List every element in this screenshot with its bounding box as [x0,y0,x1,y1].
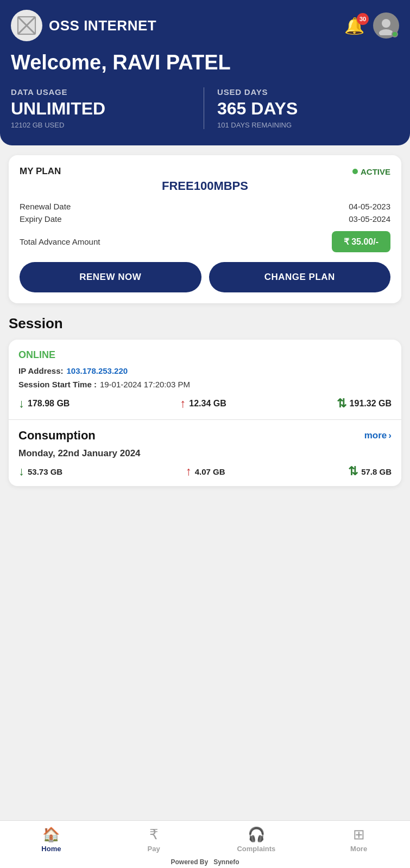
session-time-row: Session Start Time : 19-01-2024 17:20:03… [18,380,392,389]
more-link-text: more [364,430,387,441]
data-usage-label: DATA USAGE [11,87,193,97]
session-upload-value: 12.34 GB [189,399,226,409]
top-bar: OSS INTERNET 🔔 30 [11,10,399,41]
stats-row: DATA USAGE UNLIMITED 12102 GB USED USED … [11,87,399,129]
nav-complaints-label: Complaints [237,845,275,853]
ip-label: IP Address: [18,366,64,375]
top-actions: 🔔 30 [344,12,399,39]
expiry-date: 03-05-2024 [349,214,390,224]
renew-now-button[interactable]: RENEW NOW [20,262,201,292]
upload-arrow-icon: ↑ [180,397,186,411]
nav-home[interactable]: 🏠 Home [0,821,103,857]
change-plan-button[interactable]: CHANGE PLAN [209,262,391,292]
download-arrow-icon: ↓ [18,397,24,411]
bottom-nav: 🏠 Home ₹ Pay 🎧 Complaints ⊞ More [0,821,410,857]
nav-more-label: More [350,845,367,853]
nav-complaints[interactable]: 🎧 Complaints [205,821,308,857]
welcome-text: Welcome, RAVI PATEL [11,51,399,74]
more-link[interactable]: more › [364,430,392,441]
consumption-header: Consumption more › [18,420,392,448]
consumption-total-icon: ⇅ [348,464,358,478]
expiry-row: Expiry Date 03-05-2024 [20,214,390,224]
consumption-upload-value: 4.07 GB [195,467,225,476]
used-days-sub: 101 DAYS REMAINING [217,121,399,129]
chevron-right-icon: › [388,430,392,441]
session-data-stats: ↓ 178.98 GB ↑ 12.34 GB ⇅ 191.32 GB [18,397,392,411]
used-days-label: USED DAYS [217,87,399,97]
user-avatar[interactable] [373,12,399,39]
data-usage-sub: 12102 GB USED [11,121,193,129]
nav-pay[interactable]: ₹ Pay [103,821,205,857]
home-icon: 🏠 [42,826,60,843]
advance-row: Total Advance Amount ₹ 35.00/- [20,231,390,252]
plan-card: MY PLAN ACTIVE FREE100MBPS Renewal Date … [9,155,401,303]
powered-by-row: Powered By Synnefo [0,857,410,868]
notification-badge: 30 [357,13,369,25]
session-upload: ↑ 12.34 GB [180,397,226,411]
consumption-total-value: 57.8 GB [361,467,392,476]
plan-dates: Renewal Date 04-05-2023 Expiry Date 03-0… [20,202,390,224]
used-days-value: 365 DAYS [217,99,399,119]
online-indicator [392,31,398,37]
notification-button[interactable]: 🔔 30 [344,16,364,35]
advance-label: Total Advance Amount [20,237,100,246]
ip-row: IP Address: 103.178.253.220 [18,366,392,375]
advance-amount: ₹ 35.00/- [332,231,390,252]
nav-more[interactable]: ⊞ More [307,821,410,857]
online-status: ONLINE [18,349,392,361]
session-download: ↓ 178.98 GB [18,397,70,411]
consumption-upload: ↑ 4.07 GB [186,464,225,478]
brand-logo [11,10,42,41]
session-total: ⇅ 191.32 GB [337,397,392,411]
hero-section: OSS INTERNET 🔔 30 Welcome, RAVI PATEL DA… [0,0,410,145]
session-section-title: Session [9,315,401,332]
data-usage-block: DATA USAGE UNLIMITED 12102 GB USED [11,87,204,129]
nav-pay-label: Pay [148,845,160,853]
used-days-block: USED DAYS 365 DAYS 101 DAYS REMAINING [204,87,399,129]
plan-header: MY PLAN ACTIVE [20,166,390,177]
svg-point-4 [382,19,390,28]
footer-bar: 🏠 Home ₹ Pay 🎧 Complaints ⊞ More Powered… [0,820,410,868]
brand-name: OSS INTERNET [49,17,156,34]
renewal-date: 04-05-2023 [349,202,390,211]
plan-title: MY PLAN [20,166,61,177]
main-content: MY PLAN ACTIVE FREE100MBPS Renewal Date … [0,145,410,868]
consumption-data-row: ↓ 53.73 GB ↑ 4.07 GB ⇅ 57.8 GB [18,464,392,486]
more-icon: ⊞ [353,826,365,843]
active-label: ACTIVE [361,167,390,176]
expiry-label: Expiry Date [20,214,62,224]
session-total-value: 191.32 GB [350,399,392,409]
consumption-download: ↓ 53.73 GB [18,464,62,478]
consumption-title: Consumption [18,429,96,443]
nav-home-label: Home [41,845,61,853]
session-download-value: 178.98 GB [28,399,70,409]
session-time-value: 19-01-2024 17:20:03 PM [100,380,190,389]
data-usage-value: UNLIMITED [11,99,193,119]
total-arrow-icon: ⇅ [337,397,346,411]
session-card: ONLINE IP Address: 103.178.253.220 Sessi… [9,340,401,486]
ip-value: 103.178.253.220 [67,366,128,375]
complaints-icon: 🎧 [248,826,265,843]
active-dot [352,169,358,174]
consumption-download-icon: ↓ [18,464,24,478]
consumption-download-value: 53.73 GB [28,467,62,476]
plan-name: FREE100MBPS [20,179,390,193]
powered-by-text: Powered By [171,858,208,866]
consumption-total: ⇅ 57.8 GB [348,464,392,478]
renewal-row: Renewal Date 04-05-2023 [20,202,390,211]
consumption-section: Consumption more › Monday, 22nd January … [18,420,392,486]
renewal-label: Renewal Date [20,202,71,211]
consumption-upload-icon: ↑ [186,464,192,478]
plan-actions: RENEW NOW CHANGE PLAN [20,262,390,292]
session-time-label: Session Start Time : [18,380,97,389]
active-badge: ACTIVE [352,167,390,176]
consumption-date: Monday, 22nd January 2024 [18,448,392,464]
brand-section: OSS INTERNET [11,10,156,41]
pay-icon: ₹ [149,826,159,843]
powered-brand-text: Synnefo [213,858,239,866]
